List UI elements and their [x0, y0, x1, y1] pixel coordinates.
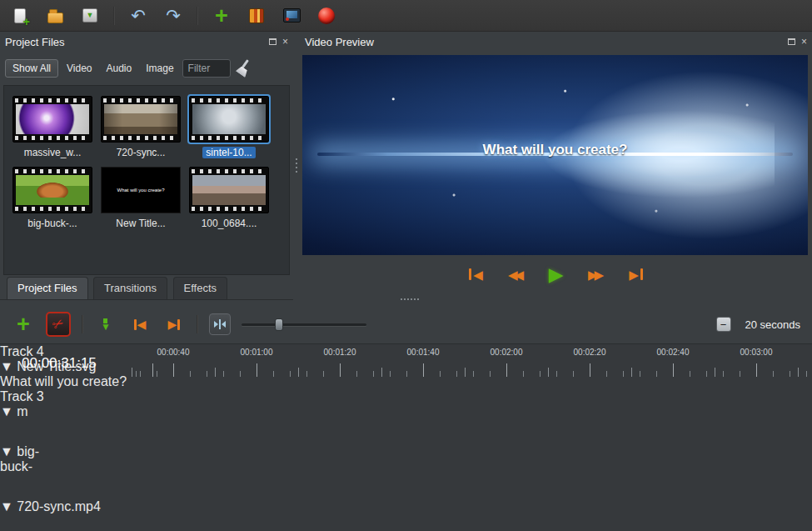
zoom-scale-label: 20 seconds: [745, 318, 801, 331]
jump-to-start-button[interactable]: ◀: [463, 263, 490, 285]
redo-icon: ↷: [166, 7, 181, 24]
clip-menu-icon[interactable]: ▼: [0, 444, 13, 458]
razor-tool-button-active[interactable]: ✂: [46, 312, 71, 337]
rewind-button[interactable]: ◀◀: [503, 263, 530, 285]
center-playhead-icon: [214, 321, 218, 328]
jump-to-end-button[interactable]: ▶: [623, 263, 650, 285]
panel-title: Video Preview: [305, 36, 788, 48]
panel-splitter-horizontal[interactable]: [401, 298, 419, 300]
export-video-button[interactable]: [315, 4, 338, 28]
new-project-icon: +: [14, 8, 26, 23]
ruler-label: 00:02:00: [491, 348, 523, 357]
clear-filter-icon[interactable]: [233, 58, 253, 78]
clip-thumbnail: [0, 419, 27, 444]
next-marker-icon: ▶: [168, 318, 181, 330]
clip-menu-icon[interactable]: ▼: [0, 404, 13, 418]
video-preview-display: What will you create?: [302, 55, 808, 255]
file-item[interactable]: massive_w...: [12, 96, 92, 158]
import-files-button[interactable]: +: [210, 4, 233, 28]
file-label: big-buck-...: [27, 218, 77, 229]
undock-icon[interactable]: [269, 38, 276, 45]
thumbnail-art: [192, 175, 266, 205]
title-editor-button[interactable]: [280, 4, 303, 28]
zoom-slider-handle[interactable]: [275, 318, 283, 331]
left-panel-tabs: Project Files Transitions Effects: [0, 277, 293, 300]
file-label: massive_w...: [24, 147, 82, 158]
clip-massive[interactable]: ▼ m: [0, 404, 33, 444]
undo-icon: ↶: [131, 7, 146, 24]
undo-button[interactable]: ↶: [127, 4, 150, 28]
add-track-button[interactable]: +: [12, 313, 35, 336]
file-label: 100_0684....: [202, 218, 257, 229]
redo-button[interactable]: ↷: [162, 4, 185, 28]
video-overlay-text: What will you create?: [302, 142, 808, 158]
ruler-label: 00:03:00: [740, 348, 773, 357]
choose-profile-button[interactable]: [245, 4, 268, 28]
toolbar-separator: [197, 7, 198, 25]
clip-label: m: [17, 404, 27, 418]
track-name: Track 3: [0, 389, 44, 403]
center-playhead-button[interactable]: [209, 313, 231, 335]
export-video-icon: [318, 8, 335, 24]
add-marker-button[interactable]: ▼: [94, 313, 117, 336]
close-icon[interactable]: ×: [282, 37, 288, 47]
clip-big-buck[interactable]: ▼ big-buck-: [0, 444, 65, 499]
timeline-ruler[interactable]: 00:00:40 00:01:00 00:01:20 00:01:40 00:0…: [125, 344, 812, 379]
previous-marker-button[interactable]: ◀: [128, 313, 152, 336]
panel-splitter-vertical[interactable]: [293, 33, 300, 300]
filter-show-all-button[interactable]: Show All: [5, 59, 58, 78]
zoom-slider-track[interactable]: [242, 323, 366, 326]
file-item[interactable]: What will you create? New Title...: [101, 167, 181, 229]
clip-label: 720-sync.mp4: [17, 499, 101, 513]
file-thumbnail: [12, 167, 92, 213]
thumbnail-art: [192, 104, 266, 134]
new-project-button[interactable]: +: [8, 4, 32, 28]
save-project-button[interactable]: ▼: [78, 4, 102, 28]
add-marker-icon: ▼: [101, 318, 111, 331]
file-label: 720-sync...: [117, 147, 166, 158]
jump-to-start-icon: [469, 268, 471, 280]
file-item-selected[interactable]: sintel-10...: [189, 96, 269, 158]
file-item[interactable]: 720-sync...: [101, 96, 181, 158]
ruler-label: 00:00:40: [157, 348, 190, 357]
ruler-label: 00:02:40: [657, 348, 690, 357]
add-track-icon: +: [17, 314, 30, 334]
file-item[interactable]: 100_0684....: [189, 167, 269, 229]
title-thumbnail: What will you create?: [101, 167, 181, 213]
next-marker-button[interactable]: ▶: [162, 313, 186, 336]
close-icon[interactable]: ×: [801, 37, 807, 47]
clip-720-sync[interactable]: ▼ 720-sync.mp4: [0, 499, 128, 531]
clip-thumbnail-text: What will you create?: [0, 374, 127, 388]
playhead-handle[interactable]: [132, 357, 143, 368]
zoom-slider[interactable]: [242, 317, 366, 332]
file-thumbnail: [101, 96, 181, 143]
play-button[interactable]: ▶: [543, 263, 570, 285]
playhead-timecode: 00:00:31:15: [22, 355, 97, 372]
panel-title: Project Files: [5, 36, 269, 48]
filter-video-button[interactable]: Video: [61, 60, 97, 77]
playback-controls: ◀ ◀◀ ▶ ▶▶ ▶: [300, 263, 812, 285]
zoom-out-button[interactable]: −: [716, 317, 731, 332]
filter-image-button[interactable]: Image: [140, 60, 179, 77]
file-item[interactable]: big-buck-...: [12, 167, 92, 229]
tab-transitions[interactable]: Transitions: [93, 277, 167, 299]
clip-menu-icon[interactable]: ▼: [0, 359, 13, 373]
clip-thumbnail: [0, 514, 25, 531]
fast-forward-button[interactable]: ▶▶: [583, 263, 610, 285]
title-preview-text: What will you create?: [117, 188, 164, 193]
tab-effects[interactable]: Effects: [173, 277, 228, 299]
main-toolbar: + ▼ ↶ ↷ +: [0, 0, 812, 32]
filter-audio-button[interactable]: Audio: [101, 60, 138, 77]
open-project-button[interactable]: [43, 4, 67, 28]
undock-icon[interactable]: [788, 38, 795, 45]
save-icon: ▼: [82, 8, 97, 23]
open-folder-icon: [47, 13, 63, 23]
clip-menu-icon[interactable]: ▼: [0, 499, 13, 513]
toolbar-separator: [113, 7, 115, 25]
video-preview-panel-header: Video Preview ×: [300, 33, 812, 50]
choose-profile-icon: [249, 8, 264, 23]
filter-input[interactable]: [182, 59, 231, 78]
file-thumbnail: [189, 96, 269, 143]
tab-project-files[interactable]: Project Files: [7, 277, 88, 299]
file-label: sintel-10...: [202, 147, 255, 158]
